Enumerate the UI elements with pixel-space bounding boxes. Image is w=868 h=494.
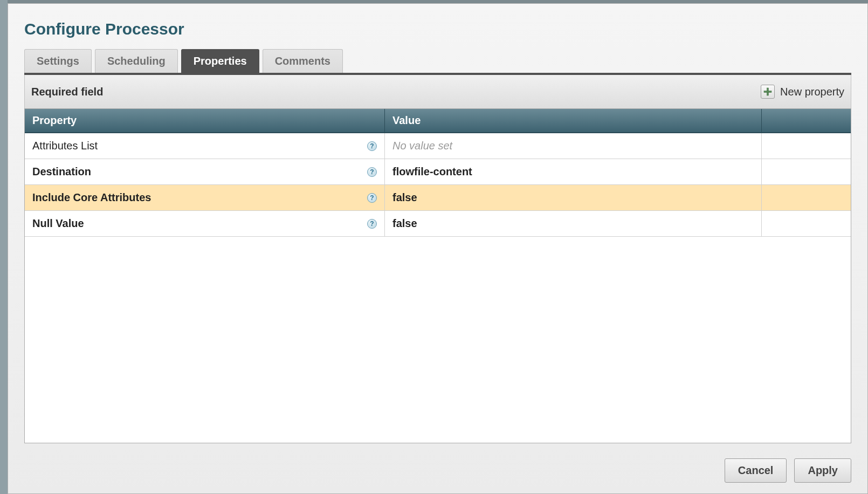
header-property[interactable]: Property <box>25 109 385 132</box>
tab-settings[interactable]: Settings <box>24 49 92 73</box>
property-action-cell <box>762 211 851 236</box>
configure-processor-dialog: Configure Processor Settings Scheduling … <box>8 3 868 494</box>
properties-table: Property Value Attributes List?No value … <box>24 108 851 443</box>
required-field-label: Required field <box>31 86 103 98</box>
property-action-cell <box>762 185 851 210</box>
plus-icon <box>763 87 772 96</box>
help-icon[interactable]: ? <box>367 219 377 229</box>
property-name: Null Value <box>32 217 84 230</box>
help-icon[interactable]: ? <box>367 141 377 151</box>
header-value[interactable]: Value <box>385 109 762 132</box>
property-value-cell[interactable]: false <box>385 185 762 210</box>
background-strip <box>0 0 8 494</box>
tab-bar: Settings Scheduling Properties Comments <box>24 49 851 75</box>
property-value-cell[interactable]: No value set <box>385 133 762 159</box>
property-name: Attributes List <box>32 140 98 152</box>
property-action-cell <box>762 159 851 184</box>
add-property-button[interactable] <box>761 85 775 99</box>
table-body: Attributes List?No value setDestination?… <box>25 133 851 443</box>
property-action-cell <box>762 133 851 159</box>
property-value-cell[interactable]: false <box>385 211 762 236</box>
property-name-cell: Destination? <box>25 159 385 184</box>
property-name: Include Core Attributes <box>32 191 151 204</box>
property-name-cell: Include Core Attributes? <box>25 185 385 210</box>
header-actions <box>762 109 851 132</box>
new-property-label: New property <box>780 86 844 98</box>
new-property-control[interactable]: New property <box>761 85 844 99</box>
table-row[interactable]: Destination?flowfile-content <box>25 159 851 185</box>
dialog-footer: Cancel Apply <box>24 443 851 483</box>
table-row[interactable]: Attributes List?No value set <box>25 133 851 159</box>
property-name-cell: Null Value? <box>25 211 385 236</box>
tab-properties[interactable]: Properties <box>181 49 259 73</box>
cancel-button[interactable]: Cancel <box>725 458 787 483</box>
property-name-cell: Attributes List? <box>25 133 385 159</box>
table-header: Property Value <box>25 109 851 133</box>
help-icon[interactable]: ? <box>367 167 377 177</box>
table-row[interactable]: Include Core Attributes?false <box>25 185 851 211</box>
help-icon[interactable]: ? <box>367 193 377 203</box>
dialog-title: Configure Processor <box>24 20 851 38</box>
svg-rect-1 <box>764 91 771 93</box>
table-row[interactable]: Null Value?false <box>25 211 851 237</box>
tab-scheduling[interactable]: Scheduling <box>95 49 178 73</box>
properties-toolbar: Required field New property <box>24 75 851 108</box>
property-name: Destination <box>32 166 91 178</box>
property-value-cell[interactable]: flowfile-content <box>385 159 762 184</box>
apply-button[interactable]: Apply <box>794 458 851 483</box>
tab-comments[interactable]: Comments <box>263 49 343 73</box>
